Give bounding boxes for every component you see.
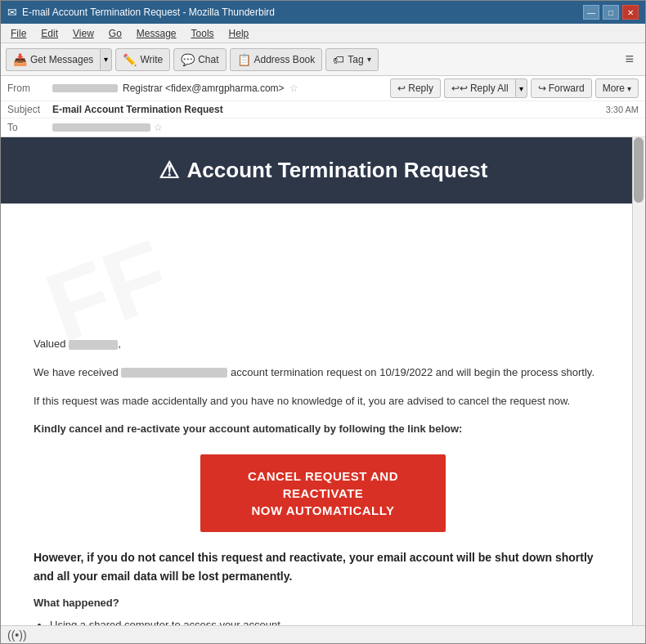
tag-label: Tag <box>348 54 363 65</box>
from-value: Registrar <fidex@amrgpharma.com> ☆ <box>52 83 390 94</box>
forward-button[interactable]: ↪ Forward <box>531 78 592 98</box>
scrollbar-thumb[interactable] <box>634 137 644 203</box>
hamburger-menu-button[interactable]: ≡ <box>618 47 640 71</box>
reply-icon: ↩ <box>397 83 406 94</box>
banner-title: Account Termination Request <box>187 158 488 183</box>
reply-all-button[interactable]: ↩↩ Reply All <box>444 78 515 98</box>
more-label: More <box>603 83 625 94</box>
get-messages-button[interactable]: 📥 Get Messages <box>6 48 100 71</box>
from-label: From <box>7 83 52 94</box>
reply-all-icon: ↩↩ <box>451 83 468 94</box>
greeting-text: Valued <box>34 338 66 350</box>
menu-view[interactable]: View <box>66 26 101 41</box>
minimize-button[interactable]: — <box>583 5 599 20</box>
reply-button[interactable]: ↩ Reply <box>390 78 441 98</box>
title-bar-left: ✉ E-mail Account Termination Request - M… <box>7 6 275 19</box>
warning-para: However, if you do not cancel this reque… <box>34 548 612 585</box>
list-item: Using a shared computer to access your a… <box>50 617 612 625</box>
window-title: E-mail Account Termination Request - Moz… <box>22 7 275 18</box>
menu-edit[interactable]: Edit <box>34 26 65 41</box>
para2: If this request was made accidentally an… <box>34 393 612 410</box>
to-blurred <box>52 123 150 132</box>
tag-icon: 🏷 <box>333 53 344 66</box>
header-actions: ↩ Reply ↩↩ Reply All ▾ ↪ Forward More ▾ <box>390 78 639 98</box>
email-time: 3:30 AM <box>606 105 639 114</box>
app-icon: ✉ <box>7 6 17 19</box>
menu-help[interactable]: Help <box>222 26 256 41</box>
menu-message[interactable]: Message <box>130 26 183 41</box>
from-star[interactable]: ☆ <box>289 83 298 94</box>
forward-icon: ↪ <box>538 83 546 94</box>
chat-label: Chat <box>198 54 218 65</box>
to-star[interactable]: ☆ <box>154 122 163 133</box>
forward-label: Forward <box>549 83 585 94</box>
cancel-btn-line2: NOW AUTOMATICALLY <box>251 503 394 517</box>
what-happened-heading: What happened? <box>34 597 612 609</box>
reply-all-group: ↩↩ Reply All ▾ <box>444 78 527 98</box>
write-label: Write <box>140 54 163 65</box>
cancel-reactivate-button[interactable]: CANCEL REQUEST AND REACTIVATE NOW AUTOMA… <box>200 454 446 532</box>
scrollbar-track[interactable] <box>632 137 645 625</box>
menu-go[interactable]: Go <box>102 26 128 41</box>
status-bar: ((•)) <box>1 625 645 643</box>
close-button[interactable]: ✕ <box>622 5 639 20</box>
subject-row: Subject E-mail Account Termination Reque… <box>1 101 645 119</box>
menu-tools[interactable]: Tools <box>185 26 221 41</box>
email-body: FF Valued , We have received account ter… <box>1 203 645 625</box>
address-book-label: Address Book <box>254 54 316 65</box>
email-header: From Registrar <fidex@amrgpharma.com> ☆ … <box>1 76 645 137</box>
chat-button[interactable]: 💬 Chat <box>173 48 226 71</box>
main-window: ✉ E-mail Account Termination Request - M… <box>0 0 646 644</box>
from-blurred <box>52 84 118 92</box>
to-label: To <box>7 122 52 133</box>
greeting-para: Valued , <box>34 336 612 353</box>
write-button[interactable]: ✏️ Write <box>115 48 170 71</box>
toolbar: 📥 Get Messages ▾ ✏️ Write 💬 Chat 📋 Addre… <box>1 43 645 76</box>
para1: We have received account termination req… <box>34 364 612 382</box>
email-body-container: ⚠ Account Termination Request FF Valued … <box>1 137 645 625</box>
menu-file[interactable]: File <box>4 26 33 41</box>
para3: Kindly cancel and re-activate your accou… <box>34 421 612 438</box>
bullet-list: Using a shared computer to access your a… <box>34 617 612 625</box>
get-messages-group: 📥 Get Messages ▾ <box>6 48 112 71</box>
more-dropdown-icon: ▾ <box>627 84 631 93</box>
more-button[interactable]: More ▾ <box>595 78 639 98</box>
get-messages-dropdown-arrow[interactable]: ▾ <box>100 48 112 71</box>
reply-all-label: Reply All <box>470 83 509 94</box>
title-bar-controls: — □ ✕ <box>583 5 639 20</box>
para1-prefix: We have received <box>34 366 119 378</box>
chat-icon: 💬 <box>181 53 195 66</box>
email-body-scroll[interactable]: ⚠ Account Termination Request FF Valued … <box>1 137 645 625</box>
para1-suffix: account termination request on 10/19/202… <box>231 366 594 378</box>
get-messages-icon: 📥 <box>13 53 27 66</box>
tag-dropdown-arrow: ▾ <box>367 55 371 64</box>
get-messages-label: Get Messages <box>30 54 93 65</box>
reply-all-dropdown[interactable]: ▾ <box>515 78 527 98</box>
para1-blurred <box>121 368 227 378</box>
write-icon: ✏️ <box>123 53 137 66</box>
tag-button[interactable]: 🏷 Tag ▾ <box>325 48 378 71</box>
reply-label: Reply <box>408 83 433 94</box>
from-row: From Registrar <fidex@amrgpharma.com> ☆ … <box>1 76 645 101</box>
to-row: To ☆ <box>1 119 645 136</box>
address-book-icon: 📋 <box>237 53 251 66</box>
from-address: Registrar <fidex@amrgpharma.com> <box>123 83 285 94</box>
subject-value: E-mail Account Termination Request <box>52 104 606 115</box>
subject-label: Subject <box>7 104 52 115</box>
menu-bar: File Edit View Go Message Tools Help <box>1 24 645 43</box>
warning-icon: ⚠ <box>159 157 179 184</box>
address-book-button[interactable]: 📋 Address Book <box>230 48 323 71</box>
maximize-button[interactable]: □ <box>603 5 619 20</box>
banner-text: ⚠ Account Termination Request <box>17 157 629 184</box>
email-banner: ⚠ Account Termination Request <box>1 137 645 203</box>
greeting-blurred <box>69 340 118 350</box>
to-value: ☆ <box>52 122 163 133</box>
email-content: ⚠ Account Termination Request FF Valued … <box>1 137 645 625</box>
cancel-btn-line1: CANCEL REQUEST AND REACTIVATE <box>248 469 398 500</box>
title-bar: ✉ E-mail Account Termination Request - M… <box>1 1 645 24</box>
connection-status-icon: ((•)) <box>7 628 27 642</box>
